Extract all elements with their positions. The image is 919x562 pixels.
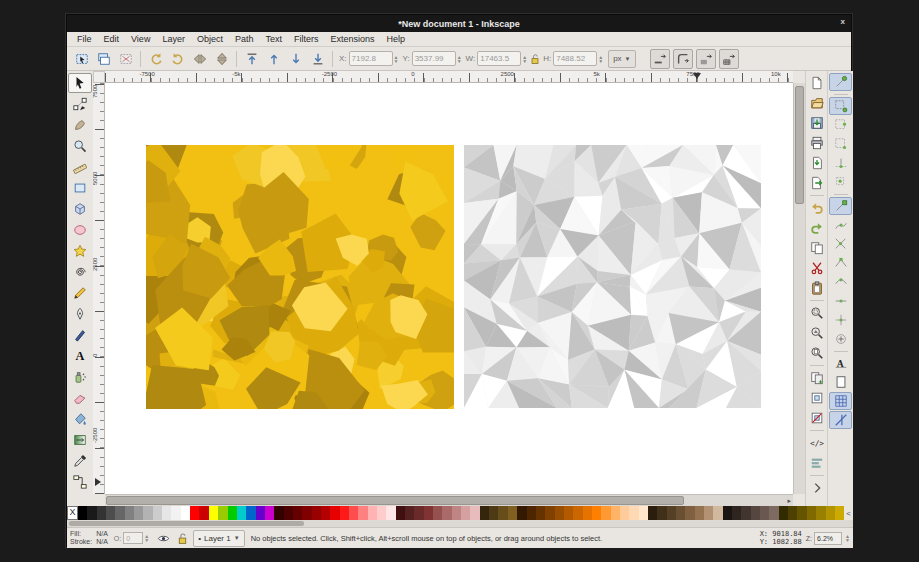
palette-swatch[interactable]	[807, 506, 816, 520]
lower-to-bottom-button[interactable]	[307, 48, 328, 69]
menu-file[interactable]: File	[71, 33, 98, 45]
copy-button[interactable]	[806, 238, 827, 257]
open-button[interactable]	[806, 93, 827, 112]
palette-swatch[interactable]	[545, 506, 554, 520]
layer-lock-button[interactable]	[174, 530, 191, 547]
vertical-scrollbar[interactable]	[793, 83, 805, 494]
xml-editor-button[interactable]: </>	[806, 433, 827, 452]
palette-swatch[interactable]	[452, 506, 461, 520]
palette-scrollbar-thumb[interactable]	[69, 521, 304, 526]
snap-bbox-button[interactable]	[829, 97, 852, 115]
palette-swatch[interactable]	[424, 506, 433, 520]
palette-swatch[interactable]	[751, 506, 760, 520]
menu-filters[interactable]: Filters	[288, 33, 325, 45]
print-button[interactable]	[806, 133, 827, 152]
drawing-canvas[interactable]	[105, 83, 793, 494]
horizontal-ruler[interactable]: -7500-5k-2500025005k750010k	[105, 71, 793, 83]
clone-button[interactable]	[806, 388, 827, 407]
palette-swatch[interactable]	[349, 506, 358, 520]
palette-swatch[interactable]	[498, 506, 507, 520]
zoom-steppers[interactable]: ▲▼	[845, 534, 850, 542]
palette-swatch[interactable]	[667, 506, 676, 520]
palette-swatch[interactable]	[125, 506, 134, 520]
menu-edit[interactable]: Edit	[98, 33, 126, 45]
snap-guides-button[interactable]	[829, 411, 852, 429]
palette-swatch[interactable]	[368, 506, 377, 520]
h-input[interactable]: 7488.52	[553, 51, 597, 66]
layer-visibility-button[interactable]	[155, 530, 172, 547]
opacity-input[interactable]: 0	[123, 532, 143, 544]
palette-swatch[interactable]	[284, 506, 293, 520]
vertical-ruler[interactable]: 7500500025000-2500	[93, 83, 105, 494]
palette-swatch[interactable]	[293, 506, 302, 520]
palette-swatch[interactable]	[87, 506, 96, 520]
palette-swatch[interactable]	[115, 506, 124, 520]
flip-vertical-button[interactable]	[211, 48, 232, 69]
palette-swatch[interactable]	[527, 506, 536, 520]
deselect-button[interactable]	[115, 48, 136, 69]
opacity-steppers[interactable]: ▲▼	[144, 534, 149, 542]
horizontal-scrollbar-thumb[interactable]	[106, 496, 684, 505]
palette-swatch[interactable]	[405, 506, 414, 520]
palette-swatch[interactable]	[190, 506, 199, 520]
palette-swatch[interactable]	[330, 506, 339, 520]
palette-swatch[interactable]	[564, 506, 573, 520]
snap-object-centers-button[interactable]	[829, 311, 852, 329]
lock-ratio-button[interactable]	[529, 53, 541, 65]
tool-ellipse-button[interactable]	[68, 220, 92, 240]
palette-scroll-left-button[interactable]: <	[844, 506, 853, 520]
paste-button[interactable]	[806, 278, 827, 297]
palette-swatch[interactable]	[470, 506, 479, 520]
palette-swatch[interactable]	[433, 506, 442, 520]
palette-swatch[interactable]	[573, 506, 582, 520]
horizontal-scrollbar[interactable]: ▸	[105, 494, 793, 506]
palette-swatch[interactable]	[723, 506, 732, 520]
palette-swatch[interactable]	[816, 506, 825, 520]
tool-star-button[interactable]	[68, 241, 92, 261]
fill-stroke-indicator[interactable]: Fill: N/A Stroke: N/A	[70, 530, 108, 546]
redo-button[interactable]	[806, 218, 827, 237]
palette-swatch[interactable]	[218, 506, 227, 520]
palette-swatch[interactable]	[657, 506, 666, 520]
w-input[interactable]: 17463.5	[477, 51, 521, 66]
palette-swatch[interactable]	[760, 506, 769, 520]
tool-tweak-button[interactable]	[68, 115, 92, 135]
tool-select-button[interactable]	[68, 73, 92, 93]
tool-dropper-button[interactable]	[68, 451, 92, 471]
unlink-clone-button[interactable]	[806, 408, 827, 427]
rotate-ccw-button[interactable]	[145, 48, 166, 69]
zoom-drawing-button[interactable]	[806, 323, 827, 342]
palette-swatch[interactable]	[256, 506, 265, 520]
palette-swatch[interactable]	[601, 506, 610, 520]
palette-swatch[interactable]	[321, 506, 330, 520]
palette-swatch[interactable]	[611, 506, 620, 520]
snap-grid-button[interactable]	[829, 392, 852, 410]
raise-to-top-button[interactable]	[241, 48, 262, 69]
palette-swatch[interactable]	[480, 506, 489, 520]
x-steppers[interactable]: ▲▼	[394, 55, 399, 63]
palette-swatch[interactable]	[199, 506, 208, 520]
tool-gradient-button[interactable]	[68, 430, 92, 450]
palette-swatch[interactable]	[143, 506, 152, 520]
palette-scrollbar[interactable]	[67, 520, 853, 527]
close-icon[interactable]: x	[841, 17, 845, 26]
palette-swatch[interactable]	[274, 506, 283, 520]
palette-swatch[interactable]	[386, 506, 395, 520]
palette-swatch[interactable]	[639, 506, 648, 520]
snap-path-intersections-button[interactable]	[829, 235, 852, 253]
palette-swatch[interactable]	[695, 506, 704, 520]
palette-swatch[interactable]	[265, 506, 274, 520]
palette-swatch[interactable]	[171, 506, 180, 520]
zoom-input[interactable]: 6.2%	[814, 532, 842, 545]
cut-button[interactable]	[806, 258, 827, 277]
save-button[interactable]	[806, 113, 827, 132]
palette-swatch[interactable]	[162, 506, 171, 520]
palette-swatch[interactable]	[134, 506, 143, 520]
snap-midpoints-button[interactable]	[829, 292, 852, 310]
palette-swatch[interactable]	[340, 506, 349, 520]
tool-node-button[interactable]	[68, 94, 92, 114]
zoom-selection-button[interactable]	[806, 303, 827, 322]
palette-swatch[interactable]	[153, 506, 162, 520]
palette-swatch[interactable]	[779, 506, 788, 520]
align-button[interactable]	[806, 453, 827, 472]
